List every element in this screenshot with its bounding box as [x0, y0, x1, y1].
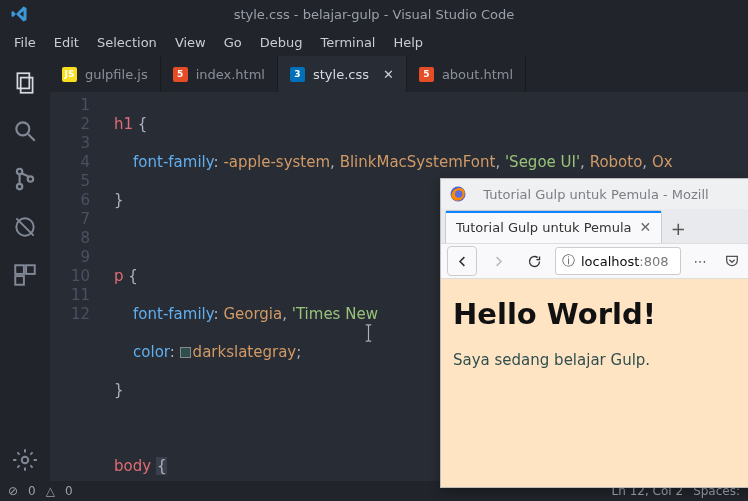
css-file-icon: 3: [290, 67, 305, 82]
tab-about-html[interactable]: 5about.html: [407, 56, 526, 92]
color-swatch: [180, 347, 191, 358]
svg-rect-1: [21, 78, 33, 93]
firefox-page-content: Hello World! Saya sedang belajar Gulp.: [441, 279, 748, 487]
tab-label: style.css: [313, 67, 369, 82]
menu-file[interactable]: File: [6, 32, 44, 53]
activity-settings-icon[interactable]: [0, 439, 50, 481]
editor-tabs: JSgulpfile.js 5index.html 3style.css✕ 5a…: [50, 56, 748, 92]
svg-rect-10: [26, 265, 35, 274]
vscode-logo-icon: [10, 5, 28, 23]
site-info-icon[interactable]: ⓘ: [562, 252, 575, 270]
menu-terminal[interactable]: Terminal: [313, 32, 384, 53]
svg-point-5: [17, 184, 22, 189]
nav-forward-button[interactable]: [483, 246, 513, 276]
firefox-window[interactable]: Tutorial Gulp untuk Pemula - Mozill Tuto…: [440, 178, 748, 488]
menu-help[interactable]: Help: [385, 32, 431, 53]
menu-debug[interactable]: Debug: [252, 32, 311, 53]
pocket-icon[interactable]: [719, 248, 745, 274]
url-bar[interactable]: ⓘ localhost:808: [555, 247, 681, 275]
tab-label: index.html: [196, 67, 265, 82]
window-title: style.css - belajar-gulp - Visual Studio…: [0, 7, 748, 22]
activity-search-icon[interactable]: [0, 110, 50, 152]
vscode-titlebar: style.css - belajar-gulp - Visual Studio…: [0, 0, 748, 28]
html-file-icon: 5: [419, 67, 434, 82]
status-warnings[interactable]: 0: [65, 484, 73, 498]
page-paragraph: Saya sedang belajar Gulp.: [453, 351, 739, 369]
svg-point-4: [17, 169, 22, 174]
firefox-tab-strip: Tutorial Gulp untuk Pemula ✕ +: [441, 209, 748, 243]
line-gutter: 123456789101112: [50, 92, 106, 481]
nav-reload-button[interactable]: [519, 246, 549, 276]
tab-label: gulpfile.js: [85, 67, 148, 82]
activity-bar: [0, 56, 50, 481]
activity-debug-icon[interactable]: [0, 206, 50, 248]
firefox-tab[interactable]: Tutorial Gulp untuk Pemula ✕: [445, 210, 662, 243]
firefox-logo-icon: [449, 185, 467, 203]
svg-line-3: [28, 134, 35, 141]
tab-label: about.html: [442, 67, 513, 82]
firefox-tab-label: Tutorial Gulp untuk Pemula: [456, 220, 632, 235]
status-warnings-icon[interactable]: △: [46, 484, 55, 498]
page-actions-icon[interactable]: ⋯: [687, 248, 713, 274]
svg-point-14: [455, 190, 463, 198]
status-errors-icon[interactable]: ⊘: [8, 484, 18, 498]
firefox-titlebar[interactable]: Tutorial Gulp untuk Pemula - Mozill: [441, 179, 748, 209]
menu-edit[interactable]: Edit: [46, 32, 87, 53]
menu-selection[interactable]: Selection: [89, 32, 165, 53]
svg-point-6: [28, 176, 33, 181]
tab-gulpfile[interactable]: JSgulpfile.js: [50, 56, 161, 92]
js-file-icon: JS: [62, 67, 77, 82]
firefox-toolbar: ⓘ localhost:808 ⋯: [441, 243, 748, 279]
url-rest: :808: [639, 254, 668, 269]
activity-extensions-icon[interactable]: [0, 254, 50, 296]
svg-rect-9: [15, 265, 24, 274]
svg-rect-11: [15, 276, 24, 285]
firefox-window-title: Tutorial Gulp untuk Pemula - Mozill: [441, 187, 748, 202]
menu-go[interactable]: Go: [216, 32, 250, 53]
svg-point-12: [22, 457, 29, 464]
activity-explorer-icon[interactable]: [0, 62, 50, 104]
html-file-icon: 5: [173, 67, 188, 82]
url-host: localhost: [581, 254, 639, 269]
svg-rect-0: [17, 73, 29, 88]
text-cursor-icon: [364, 324, 373, 342]
menu-view[interactable]: View: [167, 32, 214, 53]
tab-index-html[interactable]: 5index.html: [161, 56, 278, 92]
activity-git-icon[interactable]: [0, 158, 50, 200]
menu-bar: File Edit Selection View Go Debug Termin…: [0, 28, 748, 56]
status-errors[interactable]: 0: [28, 484, 36, 498]
page-heading: Hello World!: [453, 297, 739, 331]
tab-style-css[interactable]: 3style.css✕: [278, 56, 407, 92]
new-tab-button[interactable]: +: [662, 213, 694, 243]
close-tab-icon[interactable]: ✕: [383, 67, 394, 82]
svg-point-2: [16, 122, 29, 135]
close-tab-icon[interactable]: ✕: [640, 219, 652, 235]
nav-back-button[interactable]: [447, 246, 477, 276]
